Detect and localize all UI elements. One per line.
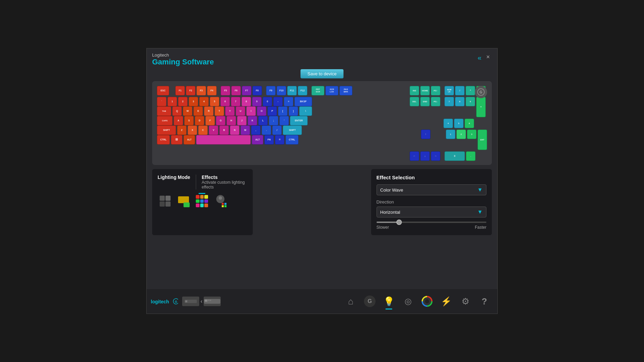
key-tab[interactable]: TAB [157, 106, 171, 116]
key-b[interactable]: B [219, 125, 229, 135]
key-d[interactable]: D [195, 116, 204, 125]
key-f7[interactable]: F7 [242, 86, 251, 95]
key-h[interactable]: H [226, 116, 236, 125]
key-2[interactable]: 2 [178, 97, 188, 106]
key-8[interactable]: 8 [241, 97, 251, 106]
effect-icon-custom[interactable] [213, 194, 228, 209]
key-num5[interactable]: 5 [454, 119, 464, 128]
key-i[interactable]: I [246, 106, 256, 116]
key-arrowup[interactable]: ↑ [421, 130, 430, 139]
key-f9[interactable]: F9 [266, 86, 276, 95]
key-5[interactable]: 5 [210, 97, 219, 106]
key-arrowright[interactable]: → [431, 151, 440, 161]
key-w[interactable]: W [183, 106, 192, 116]
nav-home-button[interactable]: ⌂ [342, 292, 360, 310]
key-pause[interactable]: PASBRK [339, 86, 352, 95]
effect-icon-breathing[interactable] [176, 194, 191, 209]
key-e[interactable]: E [193, 106, 203, 116]
key-f5[interactable]: F5 [221, 86, 230, 95]
effect-dropdown[interactable]: Color Wave ▼ [377, 184, 487, 195]
key-scrlk[interactable]: SCRLCK [325, 86, 338, 95]
key-backslash[interactable]: \ [299, 106, 312, 116]
key-caps[interactable]: CAPS [157, 116, 173, 125]
key-num0[interactable]: 0 [444, 151, 465, 161]
key-o[interactable]: O [257, 106, 266, 116]
key-enter[interactable]: ENTER [290, 116, 308, 125]
key-f10[interactable]: F10 [277, 86, 286, 95]
key-x[interactable]: X [188, 125, 197, 135]
key-num1[interactable]: 1 [446, 130, 455, 139]
key-rbracket[interactable]: ] [289, 106, 298, 116]
key-prtsc[interactable]: PRTSCR [311, 86, 324, 95]
key-lshift[interactable]: SHIFT [157, 125, 176, 135]
key-n[interactable]: N [230, 125, 239, 135]
key-z[interactable]: Z [177, 125, 187, 135]
key-numplus[interactable]: + [476, 97, 486, 117]
effect-icon-static[interactable] [158, 194, 173, 209]
key-r[interactable]: R [204, 106, 214, 116]
nav-settings-button[interactable]: ⚙ [456, 292, 474, 310]
key-end[interactable]: END [420, 97, 430, 106]
key-a[interactable]: A [174, 116, 183, 125]
key-7[interactable]: 7 [231, 97, 240, 106]
key-4[interactable]: 4 [199, 97, 209, 106]
key-equal[interactable]: = [284, 97, 293, 106]
key-backtick[interactable]: ` [157, 97, 166, 106]
key-v[interactable]: V [209, 125, 218, 135]
key-comma[interactable]: , [251, 125, 261, 135]
key-num9[interactable]: 9 [466, 97, 475, 106]
key-num2[interactable]: 2 [456, 130, 466, 139]
device-selector[interactable]: ‹ [182, 297, 221, 306]
effect-icon-colorwave[interactable] [194, 194, 209, 209]
key-ralt[interactable]: ALT [252, 135, 263, 145]
key-f4[interactable]: F4 [207, 86, 217, 95]
key-1[interactable]: 1 [167, 97, 177, 106]
close-button[interactable]: × [484, 53, 492, 61]
key-numenter[interactable]: ENT [478, 130, 487, 150]
key-9[interactable]: 9 [252, 97, 262, 106]
key-num8[interactable]: 8 [455, 97, 465, 106]
direction-dropdown[interactable]: Horizontal ▼ [377, 207, 487, 217]
key-minus[interactable]: - [273, 97, 283, 106]
key-num4[interactable]: 4 [443, 119, 453, 128]
back-button[interactable]: « [478, 54, 481, 62]
nav-profiles-button[interactable]: ◎ [399, 292, 417, 310]
nav-lighting-button[interactable]: 💡 [380, 292, 398, 310]
key-t[interactable]: T [215, 106, 224, 116]
key-insert[interactable]: INS [410, 86, 419, 95]
key-y[interactable]: Y [225, 106, 235, 116]
key-m[interactable]: M [240, 125, 250, 135]
key-f[interactable]: F [205, 116, 215, 125]
key-f11[interactable]: F11 [287, 86, 297, 95]
nav-help-button[interactable]: ? [475, 292, 493, 310]
key-esc[interactable]: ESC [157, 86, 169, 95]
key-num6[interactable]: 6 [465, 119, 474, 128]
key-numlk[interactable]: NUMLK [444, 86, 454, 95]
key-rshift[interactable]: SHIFT [283, 125, 302, 135]
key-slash[interactable]: / [272, 125, 282, 135]
key-q[interactable]: Q [172, 106, 182, 116]
key-6[interactable]: 6 [220, 97, 230, 106]
key-3[interactable]: 3 [189, 97, 198, 106]
key-s[interactable]: S [184, 116, 194, 125]
key-menu[interactable]: ≡ [275, 135, 284, 145]
nav-prev-arrow[interactable]: ‹ [201, 298, 202, 304]
key-win[interactable]: ⊞ [171, 135, 182, 145]
key-0[interactable]: 0 [263, 97, 272, 106]
key-space[interactable] [196, 135, 251, 145]
key-nummul[interactable]: * [466, 86, 475, 95]
key-f1[interactable]: F1 [175, 86, 185, 95]
key-f2[interactable]: F2 [186, 86, 195, 95]
key-k[interactable]: K [248, 116, 257, 125]
key-f12[interactable]: F12 [298, 86, 307, 95]
speed-slider-thumb[interactable] [396, 220, 402, 225]
key-fn[interactable]: FN [264, 135, 274, 145]
key-numdot[interactable]: . [466, 151, 475, 161]
key-quote[interactable]: ' [279, 116, 289, 125]
key-u[interactable]: U [236, 106, 245, 116]
key-arrowleft[interactable]: ← [410, 151, 419, 161]
nav-color-dpi-button[interactable] [418, 292, 436, 310]
key-l[interactable]: L [258, 116, 268, 125]
key-f6[interactable]: F6 [231, 86, 241, 95]
key-num7[interactable]: 7 [444, 97, 454, 106]
